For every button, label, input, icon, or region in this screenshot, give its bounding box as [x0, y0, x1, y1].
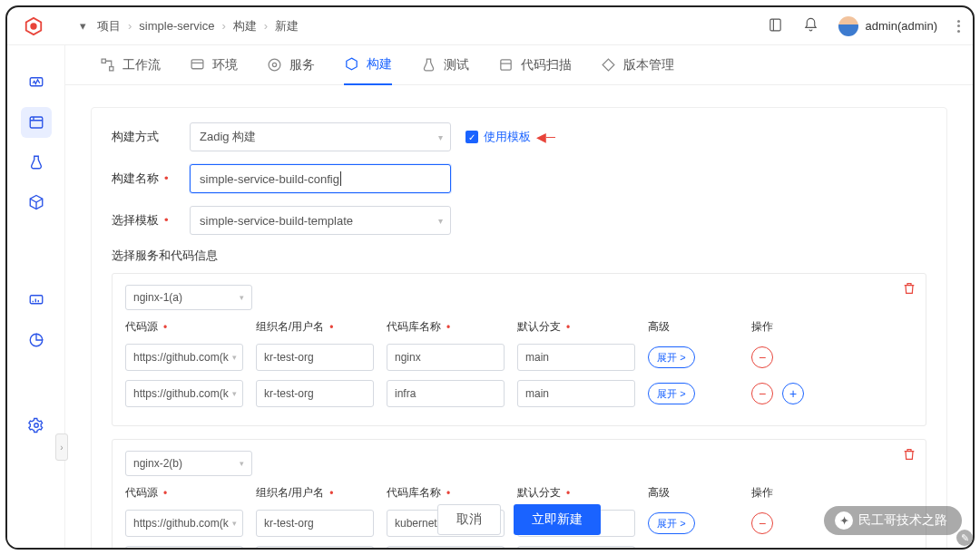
repo-column-headers: 代码源 •组织名/用户名 •代码库名称 •默认分支 •高级操作 — [125, 319, 913, 335]
user-menu[interactable]: admin(admin) — [838, 16, 937, 36]
service-select[interactable]: nginx-2(b)▾ — [125, 451, 252, 476]
svg-rect-5 — [30, 296, 43, 304]
svg-point-11 — [269, 59, 280, 71]
chevron-down-icon: ▾ — [240, 293, 244, 302]
svg-point-10 — [272, 63, 276, 66]
delete-service-icon[interactable] — [902, 447, 916, 462]
repo-row: https://github.com(k▾kr-test-orginframai… — [125, 546, 913, 548]
service-section-title: 选择服务和代码信息 — [112, 248, 926, 264]
tab-env[interactable]: 环境 — [190, 45, 238, 85]
service-block: nginx-1(a)▾代码源 •组织名/用户名 •代码库名称 •默认分支 •高级… — [112, 273, 926, 426]
svg-point-1 — [31, 24, 36, 29]
breadcrumb-section[interactable]: 构建 — [233, 18, 257, 34]
docs-icon[interactable] — [768, 17, 783, 35]
code-source-select[interactable]: https://github.com(k▾ — [125, 546, 243, 548]
callout-arrow-icon: ◀─ — [536, 130, 555, 144]
svg-rect-9 — [191, 60, 203, 69]
avatar — [838, 16, 858, 36]
expand-advanced-button[interactable]: 展开 > — [648, 383, 695, 404]
rail-package-icon[interactable] — [21, 187, 52, 218]
breadcrumb: ▾ 项目 › simple-service › 构建 › 新建 — [80, 18, 299, 34]
repo-input[interactable]: nginx — [387, 344, 505, 371]
watermark-badge: ✦ 民工哥技术之路 — [824, 506, 962, 535]
chevron-down-icon: ▾ — [438, 132, 443, 142]
code-source-select[interactable]: https://github.com(k▾ — [125, 380, 243, 407]
breadcrumb-caret-icon[interactable]: ▾ — [80, 19, 86, 33]
delete-service-icon[interactable] — [902, 281, 916, 296]
branch-input[interactable]: main — [517, 380, 635, 407]
cancel-button[interactable]: 取消 — [437, 504, 501, 535]
topbar: ▾ 项目 › simple-service › 构建 › 新建 admin(ad… — [7, 7, 973, 45]
use-template-checkbox[interactable]: ✓ 使用模板 — [466, 129, 531, 145]
service-select[interactable]: nginx-1(a)▾ — [125, 285, 252, 310]
rail-build-icon[interactable] — [21, 107, 52, 138]
breadcrumb-page: 新建 — [275, 18, 299, 34]
tab-test[interactable]: 测试 — [421, 45, 469, 85]
checkbox-checked-icon: ✓ — [466, 131, 478, 143]
rail-pie-icon[interactable] — [21, 325, 52, 355]
repo-input[interactable]: infra — [387, 380, 505, 407]
repo-column-headers: 代码源 •组织名/用户名 •代码库名称 •默认分支 •高级操作 — [125, 485, 913, 501]
svg-rect-4 — [30, 117, 43, 128]
template-label: 选择模板• — [112, 212, 190, 229]
remove-row-button[interactable]: − — [751, 346, 773, 368]
svg-marker-12 — [347, 58, 357, 70]
remove-row-button[interactable]: − — [751, 383, 773, 404]
content-scroll[interactable]: 构建方式 Zadig 构建▾ ✓ 使用模板 ◀─ 构建名称• simple-se… — [65, 85, 973, 548]
tab-workflow[interactable]: 工作流 — [100, 45, 161, 85]
tab-build[interactable]: 构建 — [344, 45, 392, 85]
branch-input[interactable]: main — [517, 546, 635, 548]
org-input[interactable]: kr-test-org — [256, 546, 374, 548]
repo-row: https://github.com(k▾kr-test-orgnginxmai… — [125, 344, 913, 371]
tab-service[interactable]: 服务 — [267, 45, 315, 85]
expand-advanced-button[interactable]: 展开 > — [648, 346, 695, 368]
branch-input[interactable]: main — [517, 344, 635, 371]
org-input[interactable]: kr-test-org — [256, 380, 374, 407]
repo-row: https://github.com(k▾kr-test-orginframai… — [125, 380, 913, 407]
svg-rect-2 — [769, 19, 779, 31]
left-rail — [7, 45, 65, 548]
svg-point-6 — [34, 424, 38, 428]
svg-rect-7 — [102, 59, 105, 63]
build-name-input[interactable]: simple-service-build-config — [190, 164, 451, 193]
svg-rect-13 — [501, 60, 511, 70]
submit-button[interactable]: 立即新建 — [514, 504, 601, 535]
bell-icon[interactable] — [803, 17, 818, 35]
watermark-corner-icon: ✎ — [956, 530, 973, 546]
build-form-panel: 构建方式 Zadig 构建▾ ✓ 使用模板 ◀─ 构建名称• simple-se… — [91, 107, 947, 548]
rail-settings-icon[interactable] — [21, 410, 52, 441]
rail-monitor-icon[interactable] — [21, 67, 52, 98]
build-method-select[interactable]: Zadig 构建▾ — [190, 122, 451, 151]
tab-scan[interactable]: 代码扫描 — [498, 45, 572, 85]
svg-rect-8 — [110, 67, 113, 71]
add-row-button[interactable]: + — [782, 383, 804, 404]
breadcrumb-project[interactable]: simple-service — [139, 19, 214, 33]
rail-dashboard-icon[interactable] — [21, 285, 52, 316]
more-icon[interactable] — [957, 20, 960, 33]
breadcrumb-root[interactable]: 项目 — [97, 18, 121, 34]
project-tabs: 工作流 环境 服务 构建 测试 代码扫描 版本管理 — [65, 45, 973, 85]
chevron-down-icon: ▾ — [240, 459, 244, 468]
code-source-select[interactable]: https://github.com(k▾ — [125, 344, 243, 371]
build-name-label: 构建名称• — [112, 170, 190, 187]
rail-test-icon[interactable] — [21, 147, 52, 178]
app-logo-icon — [24, 16, 44, 36]
tab-version[interactable]: 版本管理 — [601, 45, 674, 85]
repo-input[interactable]: infra — [387, 546, 505, 548]
user-name: admin(admin) — [866, 19, 937, 33]
chevron-down-icon: ▾ — [438, 216, 443, 226]
template-select[interactable]: simple-service-build-template▾ — [190, 206, 451, 235]
org-input[interactable]: kr-test-org — [256, 344, 374, 371]
build-method-label: 构建方式 — [112, 129, 190, 145]
wechat-icon: ✦ — [835, 511, 853, 530]
